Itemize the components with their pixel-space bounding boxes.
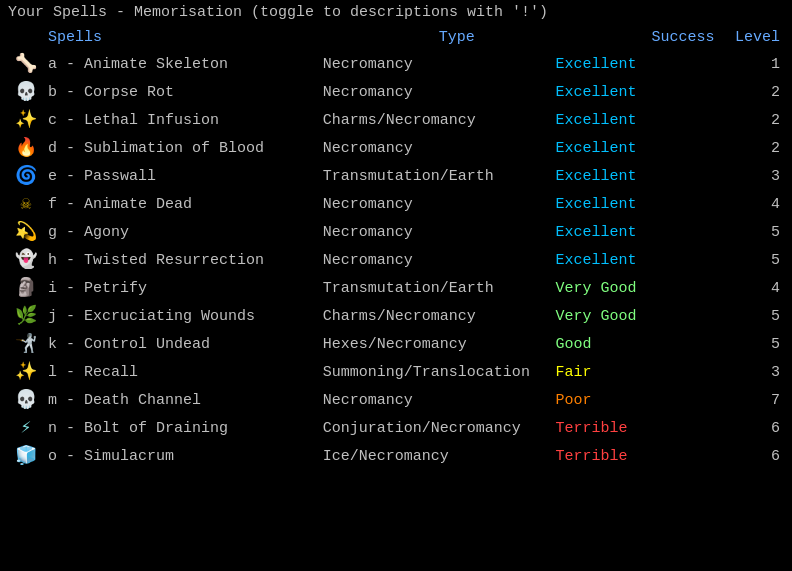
table-row: ⚡n - Bolt of DrainingConjuration/Necroma… <box>8 414 784 442</box>
spell-type: Summoning/Translocation <box>319 358 552 386</box>
table-row: 👻h - Twisted ResurrectionNecromancyExcel… <box>8 246 784 274</box>
spell-type: Hexes/Necromancy <box>319 330 552 358</box>
spell-type: Ice/Necromancy <box>319 442 552 470</box>
spell-level: 4 <box>728 190 784 218</box>
table-row: 🧊o - SimulacrumIce/NecromancyTerrible6 <box>8 442 784 470</box>
spell-level: 5 <box>728 330 784 358</box>
header-text: Your Spells - Memorisation (toggle to de… <box>8 4 548 21</box>
spell-type: Charms/Necromancy <box>319 106 552 134</box>
spell-name[interactable]: d - Sublimation of Blood <box>44 134 319 162</box>
spell-name[interactable]: i - Petrify <box>44 274 319 302</box>
spell-level: 6 <box>728 414 784 442</box>
spell-name[interactable]: g - Agony <box>44 218 319 246</box>
spell-icon: 🤺 <box>8 330 44 358</box>
col-spells-header: Spells <box>44 27 319 50</box>
spell-type: Necromancy <box>319 218 552 246</box>
spell-success: Excellent <box>551 78 728 106</box>
table-row: 🦴a - Animate SkeletonNecromancyExcellent… <box>8 50 784 78</box>
spell-icon: 🗿 <box>8 274 44 302</box>
spell-name[interactable]: a - Animate Skeleton <box>44 50 319 78</box>
spell-icon: ☠ <box>8 190 44 218</box>
spell-icon: 💫 <box>8 218 44 246</box>
table-row: 💀m - Death ChannelNecromancyPoor7 <box>8 386 784 414</box>
spell-level: 2 <box>728 134 784 162</box>
spell-type: Conjuration/Necromancy <box>319 414 552 442</box>
spell-type: Necromancy <box>319 134 552 162</box>
spell-success: Very Good <box>551 274 728 302</box>
spell-icon: ✨ <box>8 358 44 386</box>
col-success-header: Success <box>551 27 728 50</box>
table-row: 🗿i - PetrifyTransmutation/EarthVery Good… <box>8 274 784 302</box>
table-row: ☠f - Animate DeadNecromancyExcellent4 <box>8 190 784 218</box>
spell-level: 5 <box>728 218 784 246</box>
spell-name[interactable]: m - Death Channel <box>44 386 319 414</box>
spell-level: 2 <box>728 106 784 134</box>
spell-success: Fair <box>551 358 728 386</box>
table-row: 💀b - Corpse RotNecromancyExcellent2 <box>8 78 784 106</box>
spell-success: Excellent <box>551 190 728 218</box>
spell-type: Necromancy <box>319 246 552 274</box>
col-level-header: Level <box>728 27 784 50</box>
spells-table: Spells Type Success Level 🦴a - Animate S… <box>8 27 784 470</box>
spell-level: 5 <box>728 302 784 330</box>
spell-icon: 🌿 <box>8 302 44 330</box>
col-type-header: Type <box>319 27 552 50</box>
spell-level: 6 <box>728 442 784 470</box>
spell-success: Excellent <box>551 134 728 162</box>
spell-icon: 🧊 <box>8 442 44 470</box>
spell-success: Excellent <box>551 246 728 274</box>
spell-name[interactable]: j - Excruciating Wounds <box>44 302 319 330</box>
table-row: 🌀e - PasswallTransmutation/EarthExcellen… <box>8 162 784 190</box>
spell-name[interactable]: n - Bolt of Draining <box>44 414 319 442</box>
table-row: ✨l - RecallSummoning/TranslocationFair3 <box>8 358 784 386</box>
spell-level: 3 <box>728 162 784 190</box>
col-icon <box>8 27 44 50</box>
table-row: 💫g - AgonyNecromancyExcellent5 <box>8 218 784 246</box>
spell-icon: ⚡ <box>8 414 44 442</box>
spell-type: Necromancy <box>319 386 552 414</box>
spell-level: 2 <box>728 78 784 106</box>
spell-success: Excellent <box>551 50 728 78</box>
spell-icon: 👻 <box>8 246 44 274</box>
spell-type: Necromancy <box>319 50 552 78</box>
spell-type: Charms/Necromancy <box>319 302 552 330</box>
spell-name[interactable]: l - Recall <box>44 358 319 386</box>
table-row: 🔥d - Sublimation of BloodNecromancyExcel… <box>8 134 784 162</box>
spell-icon: ✨ <box>8 106 44 134</box>
page-header: Your Spells - Memorisation (toggle to de… <box>8 4 784 21</box>
spell-icon: 🦴 <box>8 50 44 78</box>
table-row: 🌿j - Excruciating WoundsCharms/Necromanc… <box>8 302 784 330</box>
spell-name[interactable]: k - Control Undead <box>44 330 319 358</box>
spell-name[interactable]: h - Twisted Resurrection <box>44 246 319 274</box>
spell-icon: 💀 <box>8 78 44 106</box>
spell-success: Excellent <box>551 218 728 246</box>
spell-name[interactable]: o - Simulacrum <box>44 442 319 470</box>
spell-icon: 🌀 <box>8 162 44 190</box>
spell-level: 5 <box>728 246 784 274</box>
spell-level: 4 <box>728 274 784 302</box>
table-row: ✨c - Lethal InfusionCharms/NecromancyExc… <box>8 106 784 134</box>
spell-level: 1 <box>728 50 784 78</box>
spell-name[interactable]: e - Passwall <box>44 162 319 190</box>
spell-success: Poor <box>551 386 728 414</box>
spell-type: Necromancy <box>319 78 552 106</box>
spell-success: Terrible <box>551 414 728 442</box>
spell-name[interactable]: c - Lethal Infusion <box>44 106 319 134</box>
spell-success: Good <box>551 330 728 358</box>
spell-type: Transmutation/Earth <box>319 274 552 302</box>
spell-name[interactable]: f - Animate Dead <box>44 190 319 218</box>
spell-type: Transmutation/Earth <box>319 162 552 190</box>
table-row: 🤺k - Control UndeadHexes/NecromancyGood5 <box>8 330 784 358</box>
spell-type: Necromancy <box>319 190 552 218</box>
spell-icon: 🔥 <box>8 134 44 162</box>
spell-level: 3 <box>728 358 784 386</box>
spell-success: Excellent <box>551 162 728 190</box>
spell-success: Excellent <box>551 106 728 134</box>
spell-level: 7 <box>728 386 784 414</box>
spell-success: Terrible <box>551 442 728 470</box>
spell-name[interactable]: b - Corpse Rot <box>44 78 319 106</box>
spell-success: Very Good <box>551 302 728 330</box>
spell-icon: 💀 <box>8 386 44 414</box>
